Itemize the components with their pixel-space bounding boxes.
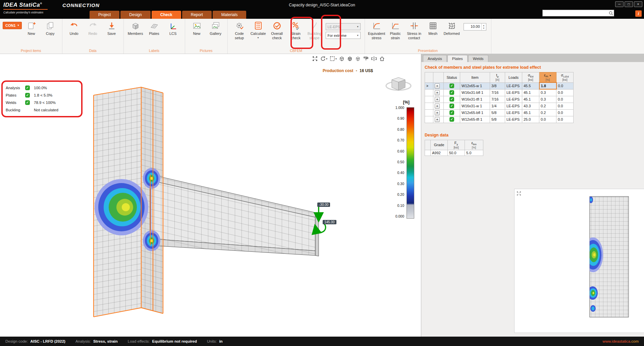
plastic-strain-contour-bottom-weld — [143, 230, 160, 251]
close-button[interactable]: × — [634, 1, 642, 7]
design-data-row[interactable]: A992 50.0 5.0 — [425, 150, 483, 156]
idea-statica-connection-window: IDEA StatiCa® Calculate yesterday's esti… — [0, 0, 644, 346]
row-detail-plus-button[interactable]: + — [435, 104, 440, 109]
connection-selector[interactable]: CON1 ▾ — [3, 22, 22, 29]
fit-view-button[interactable] — [311, 55, 319, 63]
minimize-button[interactable]: ─ — [615, 1, 624, 7]
gallery-button[interactable]: Gallery — [207, 20, 225, 37]
plate-detail-viewport[interactable] — [514, 189, 644, 333]
table-row[interactable]: + ✓ W16x31-bfl 1 7/16 LE-EPS 45.1 0.3 0.… — [425, 89, 574, 96]
new-item-icon — [27, 21, 36, 31]
new-picture-button[interactable]: New — [188, 20, 206, 37]
row-detail-plus-button[interactable]: + — [435, 90, 440, 95]
design-column-fy: Fy [ksi] — [448, 140, 465, 150]
spinner-up-icon[interactable]: ▴ — [483, 24, 484, 27]
search-input[interactable] — [543, 10, 608, 16]
strain-check-button[interactable]: Strain check — [287, 20, 305, 41]
app-name: CONNECTION — [62, 2, 100, 8]
status-units: Units:in — [207, 339, 223, 343]
row-detail-plus-button[interactable]: + — [435, 83, 440, 89]
maximize-button[interactable]: □ — [625, 1, 633, 7]
tab-project[interactable]: Project — [90, 11, 119, 19]
transparent-cube-icon — [355, 56, 361, 63]
results-heading: Check of members and steel plates for ex… — [421, 62, 644, 72]
results-tab-analysis[interactable]: Analysis — [423, 55, 447, 62]
row-detail-plus-button[interactable]: + — [435, 97, 440, 102]
website-link[interactable]: www.ideastatica.com — [603, 339, 639, 343]
viewport-toolbar: ▾ ▾ — [311, 55, 386, 63]
search-icon[interactable] — [608, 11, 614, 15]
column-header-status[interactable]: Status — [444, 72, 460, 83]
members-labels-button[interactable]: Members — [126, 20, 145, 37]
column-header-eps-pl[interactable]: εPl▼ [%] — [539, 72, 556, 83]
transparent-view-button[interactable] — [354, 55, 362, 63]
plastic-strain-icon — [391, 21, 400, 31]
redo-button[interactable]: Redo — [84, 20, 102, 37]
ribbon-group-label: Presentation — [365, 49, 491, 53]
copy-item-button[interactable]: Copy — [41, 20, 59, 37]
scale-spinner[interactable]: 10.00 ▴ ▾ — [464, 23, 486, 31]
row-detail-plus-button[interactable]: + — [435, 110, 440, 115]
plastic-strain-button[interactable]: Plastic strain — [386, 20, 405, 41]
scale-tick-labels: 1.000 0.90 0.80 0.70 0.60 0.50 0.40 0.30… — [395, 106, 404, 218]
mesh-button[interactable]: Mesh — [424, 20, 442, 37]
plates-labels-button[interactable]: Plates — [145, 20, 163, 37]
deformed-button[interactable]: Deformed — [443, 20, 461, 37]
solid-view-button[interactable] — [346, 55, 354, 63]
home-view-button[interactable] — [378, 55, 386, 63]
check-ok-icon: ✓ — [25, 85, 30, 90]
status-design-code: Design code:AISC - LRFD (2022) — [5, 339, 65, 343]
render-style-button[interactable] — [362, 55, 370, 63]
undo-button[interactable]: Undo — [65, 20, 83, 37]
column-header-expander — [425, 72, 433, 83]
info-button[interactable]: i — [635, 10, 642, 17]
column-header-sigma-c-ed[interactable]: σc,Ed [ksi] — [556, 72, 574, 83]
table-row[interactable]: + ✓ W16x31-w 1 1/4 LE-EPS 43.3 0.2 0.0 — [425, 103, 574, 109]
buckling-shape-button[interactable]: Buckling shape — [306, 20, 324, 41]
design-column-grade: Grade — [431, 140, 448, 150]
tab-materials[interactable]: Materials — [213, 11, 247, 19]
column-header-sigma-ed[interactable]: σEd [ksi] — [522, 72, 539, 83]
results-tab-welds[interactable]: Welds — [468, 55, 488, 62]
lcs-labels-button[interactable]: LCS — [164, 20, 182, 37]
column-header-tp[interactable]: tp [in] — [490, 72, 505, 83]
extreme-select[interactable]: For extreme ▾ — [326, 32, 361, 39]
fullscreen-icon — [312, 56, 318, 63]
summary-row-welds: Welds ✓ 78.9 < 100% — [6, 99, 78, 106]
mirror-view-button[interactable] — [370, 55, 378, 63]
plastic-strain-contour-column — [95, 179, 148, 235]
column-header-item[interactable]: Item — [460, 72, 490, 83]
save-button[interactable]: Save — [103, 20, 121, 37]
clipping-box-button[interactable]: ▾ — [329, 55, 337, 63]
navigation-cube[interactable] — [386, 77, 411, 90]
tab-design[interactable]: Design — [120, 11, 150, 19]
moment-value-tag: 145.00 — [323, 220, 336, 224]
beam-member[interactable] — [150, 174, 319, 256]
code-setup-button[interactable]: Code setup — [230, 20, 249, 41]
new-item-button[interactable]: New — [22, 20, 41, 37]
tab-report[interactable]: Report — [182, 11, 212, 19]
overall-check-button[interactable]: Overall check — [268, 20, 286, 41]
shear-force-value-tag: -30.00 — [317, 203, 330, 207]
table-row[interactable]: > + ✓ W12x65-w 1 3/8 LE-EPS 45.5 1.8 0.0 — [425, 82, 574, 89]
spinner-down-icon[interactable]: ▾ — [483, 27, 484, 30]
window-controls: ─ □ × — [615, 1, 642, 7]
table-row[interactable]: + ✓ W16x31-tfl 1 7/16 LE-EPS 45.1 0.3 0.… — [425, 96, 574, 103]
table-row[interactable]: + ✓ W12x65-tfl 1 5/8 LE-EPS 25.0 0.0 0.0 — [425, 116, 574, 123]
detail-expand-button[interactable] — [516, 191, 522, 197]
orbit-button[interactable]: ▾ — [319, 55, 328, 63]
analysis-type-select[interactable]: LE-EPS ▾ — [326, 23, 361, 30]
tab-check[interactable]: Check — [152, 11, 181, 19]
calculate-button[interactable]: Calculate ▾ — [249, 20, 267, 40]
model-viewport[interactable]: ▾ ▾ — [0, 54, 421, 337]
column-header-loads[interactable]: Loads — [505, 72, 522, 83]
wireframe-view-button[interactable] — [338, 55, 345, 63]
equivalent-stress-button[interactable]: Equivalent stress — [368, 20, 386, 41]
chevron-down-icon: ▾ — [357, 34, 359, 37]
stress-in-contact-button[interactable]: Stress in contact — [405, 20, 423, 41]
table-row[interactable]: + ✓ W12x65-bfl 1 5/8 LE-EPS 45.1 0.2 0.0 — [425, 109, 574, 116]
row-detail-plus-button[interactable]: + — [435, 117, 440, 122]
summary-row-buckling: Buckling Not calculated — [6, 106, 78, 114]
plastic-strain-contour-top-weld — [143, 168, 160, 189]
results-tab-plates[interactable]: Plates — [447, 55, 468, 62]
